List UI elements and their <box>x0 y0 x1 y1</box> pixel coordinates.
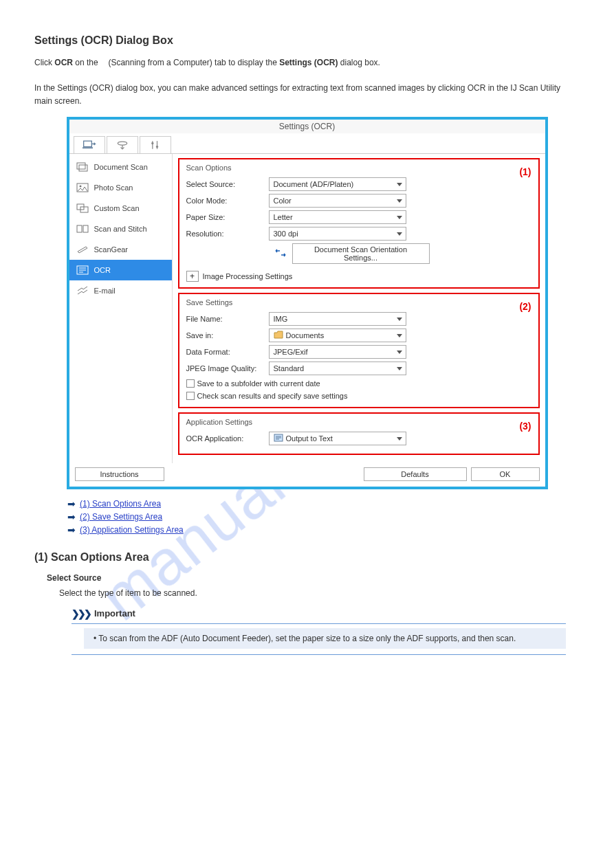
dataformat-label: Data Format: <box>186 348 269 356</box>
callout-2: (2) <box>519 301 531 312</box>
tab-scan-from-operation[interactable] <box>107 136 138 153</box>
filename-label: File Name: <box>186 315 269 323</box>
check-results-checkbox[interactable] <box>186 392 195 400</box>
important-note: • To scan from the ADF (Auto Document Fe… <box>84 628 566 649</box>
arrow-icon: ➡ <box>67 499 76 509</box>
text-app-icon <box>274 434 283 443</box>
save-settings-legend: Save Settings <box>186 298 531 307</box>
savein-label: Save in: <box>186 331 269 340</box>
sidebar: Document Scan Photo Scan Custom Scan Sca… <box>69 154 173 463</box>
ocr-application-label: OCR Application: <box>186 434 269 443</box>
image-processing-label: Image Processing Settings <box>203 272 293 280</box>
jpeg-quality-label: JPEG Image Quality: <box>186 364 269 372</box>
stitch-icon <box>76 224 89 234</box>
paper-size-label: Paper Size: <box>186 213 269 221</box>
color-mode-combo[interactable]: Color <box>269 194 406 208</box>
arrow-icon: ➡ <box>67 525 76 535</box>
application-settings-group: (3) Application Settings OCR Application… <box>178 412 540 455</box>
svg-point-13 <box>79 185 81 187</box>
scan-options-group: (1) Scan Options Select Source:Document … <box>178 158 540 289</box>
tabs-row <box>69 133 545 154</box>
svg-point-9 <box>155 145 157 147</box>
link-save-settings[interactable]: (2) Save Settings Area <box>80 512 162 522</box>
save-settings-group: (2) Save Settings File Name:IMG Save in:… <box>178 293 540 408</box>
resolution-combo[interactable]: 300 dpi <box>269 227 406 241</box>
application-settings-legend: Application Settings <box>186 418 531 426</box>
select-source-combo[interactable]: Document (ADF/Platen) <box>269 177 406 191</box>
photo-icon <box>76 183 89 192</box>
expand-image-processing[interactable]: + <box>186 271 199 282</box>
select-source-label: Select Source: <box>186 180 269 188</box>
important-chevron-icon: ❯❯❯ <box>72 608 90 619</box>
sidebar-item-custom-scan[interactable]: Custom Scan <box>69 198 172 219</box>
duplex-icon <box>273 248 288 259</box>
sidebar-item-scangear[interactable]: ScanGear <box>69 239 172 260</box>
sidebar-item-ocr[interactable]: OCR <box>69 260 172 280</box>
divider <box>72 654 566 655</box>
sidebar-item-label: Photo Scan <box>94 183 133 192</box>
sidebar-item-label: Document Scan <box>94 163 148 171</box>
color-mode-label: Color Mode: <box>186 197 269 205</box>
tab-scan-from-computer[interactable] <box>74 136 105 153</box>
page-heading: Settings (OCR) Dialog Box <box>34 34 580 47</box>
paper-size-combo[interactable]: Letter <box>269 210 406 224</box>
svg-point-4 <box>118 142 127 145</box>
section-links: ➡(1) Scan Options Area ➡(2) Save Setting… <box>67 499 580 535</box>
svg-rect-11 <box>79 165 87 171</box>
sidebar-item-photo-scan[interactable]: Photo Scan <box>69 177 172 198</box>
sidebar-item-label: OCR <box>94 266 111 274</box>
scangear-icon <box>76 245 89 254</box>
orientation-settings-button[interactable]: Document Scan Orientation Settings... <box>292 243 430 264</box>
jpeg-quality-combo[interactable]: Standard <box>269 361 406 375</box>
arrow-icon: ➡ <box>67 512 76 522</box>
ok-button[interactable]: OK <box>471 467 540 481</box>
sidebar-item-scan-stitch[interactable]: Scan and Stitch <box>69 219 172 239</box>
sidebar-item-label: E-mail <box>94 287 116 295</box>
savein-combo[interactable]: Documents <box>269 329 406 342</box>
email-icon <box>76 286 89 296</box>
sidebar-item-label: Custom Scan <box>94 204 140 212</box>
svg-rect-2 <box>83 141 91 146</box>
document-icon <box>76 162 89 172</box>
ocr-application-combo[interactable]: Output to Text <box>269 432 406 445</box>
select-source-text: Select the type of item to be scanned. <box>59 587 580 600</box>
ocr-icon <box>76 265 89 275</box>
link-application-settings[interactable]: (3) Application Settings Area <box>80 525 184 535</box>
svg-rect-10 <box>77 163 85 169</box>
sidebar-item-label: Scan and Stitch <box>94 225 147 233</box>
intro-text-2: In the Settings (OCR) dialog box, you ca… <box>34 82 580 108</box>
intro-text-1b: (Scanning from a Computer) tab to displa… <box>106 56 580 69</box>
dataformat-combo[interactable]: JPEG/Exif <box>269 345 406 359</box>
tab-general-settings[interactable] <box>140 136 171 153</box>
link-scan-options[interactable]: (1) Scan Options Area <box>80 499 161 509</box>
custom-icon <box>76 203 89 213</box>
callout-3: (3) <box>519 421 531 432</box>
scan-options-legend: Scan Options <box>186 164 531 172</box>
select-source-heading: Select Source <box>47 573 580 583</box>
important-label: Important <box>94 608 135 619</box>
svg-point-7 <box>151 142 153 144</box>
section-heading-scan-options: (1) Scan Options Area <box>34 551 580 564</box>
defaults-button[interactable]: Defaults <box>364 467 467 481</box>
settings-dialog: Settings (OCR) Document Scan Photo Scan … <box>67 117 548 489</box>
dialog-title: Settings (OCR) <box>69 120 545 133</box>
svg-rect-16 <box>77 225 82 232</box>
subfolder-label: Save to a subfolder with current date <box>197 379 320 388</box>
subfolder-checkbox[interactable] <box>186 379 195 388</box>
svg-rect-3 <box>83 147 93 148</box>
check-results-label: Check scan results and specify save sett… <box>197 392 348 400</box>
sidebar-item-document-scan[interactable]: Document Scan <box>69 157 172 177</box>
sidebar-item-label: ScanGear <box>94 245 129 254</box>
svg-rect-17 <box>83 225 88 232</box>
resolution-label: Resolution: <box>186 230 269 238</box>
callout-1: (1) <box>519 166 531 177</box>
intro-text-1a: Click OCR on the <box>34 56 100 69</box>
filename-combo[interactable]: IMG <box>269 312 406 326</box>
instructions-button[interactable]: Instructions <box>75 467 164 481</box>
sidebar-item-email[interactable]: E-mail <box>69 280 172 301</box>
folder-icon <box>274 331 283 340</box>
divider <box>72 623 566 624</box>
